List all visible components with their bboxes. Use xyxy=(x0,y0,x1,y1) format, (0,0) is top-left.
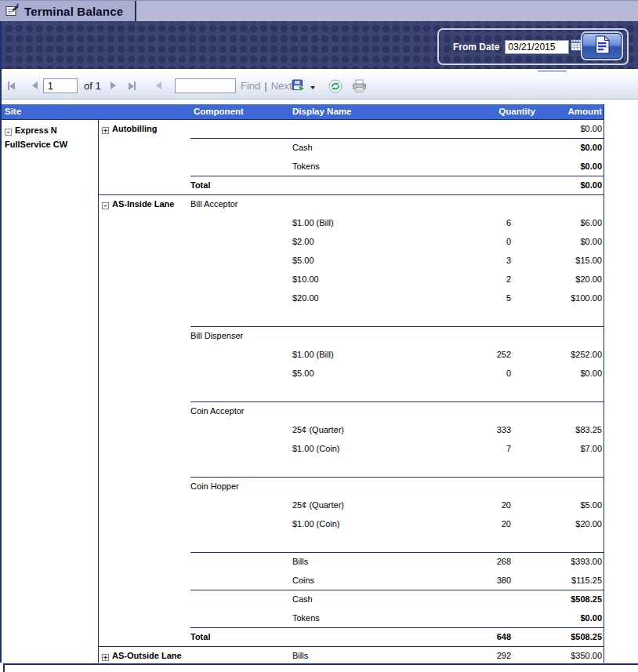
cell-quantity: 6 xyxy=(439,214,517,233)
next-page-button[interactable] xyxy=(111,82,116,89)
column-header-site: Site xyxy=(5,107,21,116)
cell-quantity xyxy=(439,176,517,194)
cell-amount: $0.00 xyxy=(517,120,604,138)
window-left-border xyxy=(0,21,2,663)
table-row xyxy=(99,459,604,478)
refresh-icon xyxy=(328,79,343,96)
group-expand-toggle[interactable]: + xyxy=(102,127,109,134)
cell-quantity xyxy=(439,139,517,158)
table-row xyxy=(99,534,604,553)
cell-amount: $350.00 xyxy=(517,647,604,663)
report-viewer-window: Terminal Balance From Date xyxy=(0,0,638,672)
cell-group xyxy=(99,271,190,289)
first-page-button[interactable] xyxy=(8,82,15,90)
cell-group xyxy=(99,139,190,158)
cell-display xyxy=(292,402,439,421)
cell-component: Bill Dispenser xyxy=(190,327,292,346)
site-name-line1: Express N xyxy=(15,125,57,135)
report-table: Site Component Display Name Quantity Amo… xyxy=(0,104,604,663)
site-collapse-toggle[interactable]: - xyxy=(5,129,12,136)
cell-display: $20.00 xyxy=(292,289,439,308)
cell-quantity xyxy=(439,478,517,496)
cell-amount: $0.00 xyxy=(517,609,604,627)
report-tab[interactable]: Terminal Balance xyxy=(0,1,136,22)
cell-quantity xyxy=(439,459,517,477)
table-row: $1.00 (Bill)252$252.00 xyxy=(99,346,604,365)
table-row: $1.00 (Coin)7$7.00 xyxy=(99,440,604,459)
cell-group xyxy=(99,609,190,628)
cell-quantity: 5 xyxy=(439,289,517,308)
refresh-button[interactable] xyxy=(328,79,343,96)
cell-quantity xyxy=(439,609,517,627)
cell-group xyxy=(99,383,190,402)
cell-group xyxy=(99,440,190,459)
parameter-group: From Date xyxy=(437,28,629,65)
group-collapse-toggle[interactable]: - xyxy=(102,202,109,209)
search-input[interactable] xyxy=(175,78,236,93)
last-page-button[interactable] xyxy=(129,82,136,90)
cell-display: 25¢ (Quarter) xyxy=(292,421,439,440)
cell-amount: $115.25 xyxy=(517,572,604,590)
bottom-strip xyxy=(0,663,638,672)
page-number-input[interactable] xyxy=(43,78,78,93)
cell-group xyxy=(99,478,190,496)
cell-component xyxy=(190,515,292,534)
report-form-icon xyxy=(5,3,20,20)
cell-component xyxy=(190,158,292,176)
cell-amount: $0.00 xyxy=(517,176,604,194)
cell-amount: $393.00 xyxy=(517,553,604,572)
cell-component xyxy=(190,534,292,552)
cell-display: $5.00 xyxy=(292,252,439,271)
view-report-button[interactable] xyxy=(582,33,622,59)
cell-display: Coins xyxy=(292,572,439,590)
cell-component xyxy=(190,365,292,383)
cell-display xyxy=(292,478,439,496)
print-button[interactable] xyxy=(352,79,367,96)
cell-amount: $252.00 xyxy=(517,346,604,365)
page-title: Terminal Balance xyxy=(24,5,123,18)
next-link[interactable]: Next xyxy=(271,80,292,92)
cell-component xyxy=(190,308,292,326)
cell-display: Bills xyxy=(292,647,439,663)
printer-icon xyxy=(352,79,367,96)
cell-component xyxy=(190,459,292,477)
table-row: Coins380$115.25 xyxy=(99,572,604,590)
site-column-border xyxy=(98,120,99,663)
cell-component xyxy=(190,572,292,590)
table-row: Tokens$0.00 xyxy=(99,609,604,628)
find-link[interactable]: Find xyxy=(241,80,260,92)
cell-component xyxy=(190,252,292,271)
table-row: $10.002$20.00 xyxy=(99,271,604,289)
cell-amount xyxy=(517,459,604,477)
cell-group xyxy=(99,553,190,572)
cell-amount: $20.00 xyxy=(517,515,604,534)
cell-group xyxy=(99,572,190,590)
cell-component xyxy=(190,214,292,233)
cell-display: Cash xyxy=(292,590,439,609)
back-to-parent-button[interactable] xyxy=(156,82,161,89)
previous-page-button[interactable] xyxy=(32,82,38,89)
group-expand-toggle[interactable]: + xyxy=(102,654,109,661)
cell-display: $1.00 (Bill) xyxy=(292,214,439,233)
table-row: Cash$508.25 xyxy=(99,590,604,609)
cell-display xyxy=(292,327,439,346)
export-button[interactable] xyxy=(292,79,315,96)
cell-quantity: 252 xyxy=(439,346,517,365)
cell-component xyxy=(190,553,292,572)
cell-display: $5.00 xyxy=(292,365,439,383)
cell-quantity xyxy=(439,120,517,138)
cell-component xyxy=(190,421,292,440)
cell-group xyxy=(99,365,190,383)
cell-amount xyxy=(517,383,604,401)
cell-amount: $0.00 xyxy=(517,158,604,176)
table-row: +AS-Outside LaneBills292$350.00 xyxy=(99,647,604,663)
column-header-component: Component xyxy=(194,107,244,116)
from-date-input[interactable] xyxy=(505,40,569,54)
cell-quantity xyxy=(439,590,517,609)
cell-group xyxy=(99,233,190,252)
cell-component: Bill Acceptor xyxy=(190,195,292,214)
title-bar: Terminal Balance xyxy=(0,0,638,21)
table-header-row: Site Component Display Name Quantity Amo… xyxy=(0,104,604,120)
cell-quantity xyxy=(439,383,517,401)
cell-quantity: 2 xyxy=(439,271,517,289)
